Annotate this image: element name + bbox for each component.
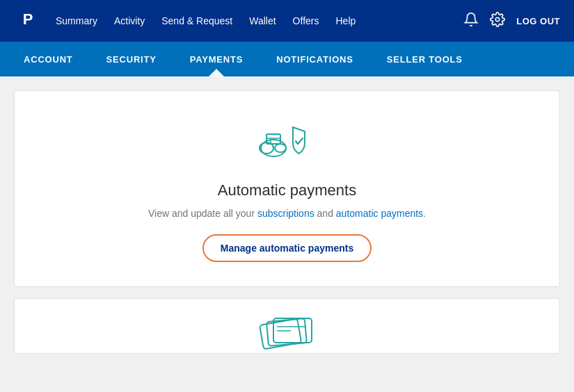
settings-gear-icon[interactable] — [490, 12, 505, 31]
top-navigation: P Summary Activity Send & Request Wallet… — [0, 0, 574, 42]
automatic-payments-icon — [253, 112, 322, 170]
automatic-payments-description: View and update all your subscriptions a… — [148, 208, 426, 219]
subnav-security[interactable]: SECURITY — [104, 42, 159, 76]
nav-help[interactable]: Help — [335, 15, 356, 26]
content-area: Automatic payments View and update all y… — [0, 76, 574, 392]
nav-offers[interactable]: Offers — [293, 15, 319, 26]
nav-summary[interactable]: Summary — [56, 15, 97, 26]
svg-point-5 — [275, 144, 286, 152]
sub-navigation: ACCOUNT SECURITY PAYMENTS NOTIFICATIONS … — [0, 42, 574, 76]
manage-automatic-payments-button[interactable]: Manage automatic payments — [202, 234, 372, 262]
nav-links: Summary Activity Send & Request Wallet O… — [56, 15, 463, 26]
svg-point-2 — [496, 17, 500, 22]
subscriptions-link[interactable]: subscriptions — [257, 208, 314, 219]
subnav-seller-tools[interactable]: SELLER TOOLS — [384, 42, 465, 76]
logout-button[interactable]: LOG OUT — [516, 16, 560, 26]
automatic-payments-link[interactable]: automatic payments — [336, 208, 423, 219]
notification-bell-icon[interactable] — [463, 12, 479, 31]
subnav-account[interactable]: ACCOUNT — [21, 42, 76, 76]
nav-right: LOG OUT — [463, 12, 560, 31]
nav-wallet[interactable]: Wallet — [249, 15, 276, 26]
nav-send-request[interactable]: Send & Request — [161, 15, 232, 26]
subnav-notifications[interactable]: NOTIFICATIONS — [273, 42, 356, 76]
nav-activity[interactable]: Activity — [114, 15, 145, 26]
paypal-logo[interactable]: P — [14, 6, 56, 36]
automatic-payments-card: Automatic payments View and update all y… — [14, 90, 560, 287]
subnav-payments[interactable]: PAYMENTS — [187, 42, 246, 76]
second-card-partial — [14, 298, 560, 354]
automatic-payments-title: Automatic payments — [218, 181, 356, 199]
svg-text:P: P — [23, 10, 33, 28]
